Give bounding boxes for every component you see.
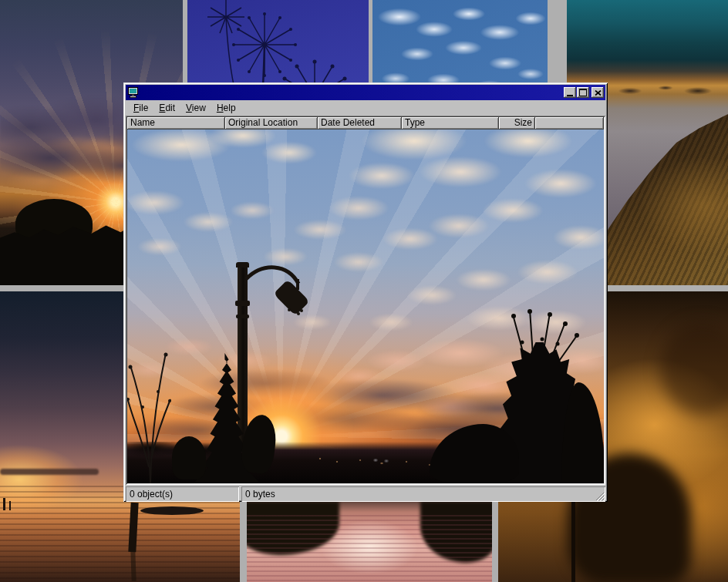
maximize-icon [579, 89, 587, 96]
blurred-shadow [660, 322, 728, 415]
column-header-original-location[interactable]: Original Location [225, 117, 318, 130]
list-view: Name Original Location Date Deleted Type… [126, 116, 605, 485]
cloud-streak [0, 469, 99, 475]
menu-edit[interactable]: Edit [154, 101, 181, 115]
maximize-button[interactable] [577, 87, 589, 98]
column-header-type[interactable]: Type [402, 117, 499, 130]
resize-grip-icon[interactable] [595, 491, 605, 501]
close-button[interactable] [592, 87, 604, 98]
computer-icon[interactable] [127, 86, 140, 99]
status-bar: 0 object(s) 0 bytes [126, 486, 605, 502]
sandbar-silhouette [140, 506, 204, 515]
menu-file[interactable]: File [129, 101, 154, 115]
lamp-fringe [288, 308, 291, 311]
status-size: 0 bytes [241, 486, 605, 502]
minimize-button[interactable] [564, 87, 576, 98]
minimize-icon [567, 95, 573, 96]
menu-bar: File Edit View Help [126, 100, 605, 115]
close-icon [595, 90, 602, 96]
column-header-empty[interactable] [535, 117, 604, 130]
titlebar[interactable] [126, 85, 605, 100]
column-header-name[interactable]: Name [127, 117, 225, 130]
column-header-date-deleted[interactable]: Date Deleted [318, 117, 402, 130]
status-object-count: 0 object(s) [126, 486, 239, 502]
wispy-tree-silhouette [127, 344, 174, 483]
street-lamp-sunset-photo [127, 130, 604, 483]
water-stick [3, 498, 5, 510]
water-ripples [247, 515, 492, 582]
lamp-pole-collar [236, 315, 249, 318]
menu-help[interactable]: Help [212, 101, 242, 115]
column-header-row: Name Original Location Date Deleted Type… [127, 117, 604, 130]
desktop: File Edit View Help Name Original Locati… [0, 0, 728, 582]
bush-silhouette [172, 436, 206, 479]
column-header-size[interactable]: Size [499, 117, 535, 130]
water-stick [9, 501, 11, 510]
recycle-bin-window: File Edit View Help Name Original Locati… [123, 82, 608, 502]
window-controls [563, 87, 604, 98]
menu-view[interactable]: View [181, 101, 212, 115]
